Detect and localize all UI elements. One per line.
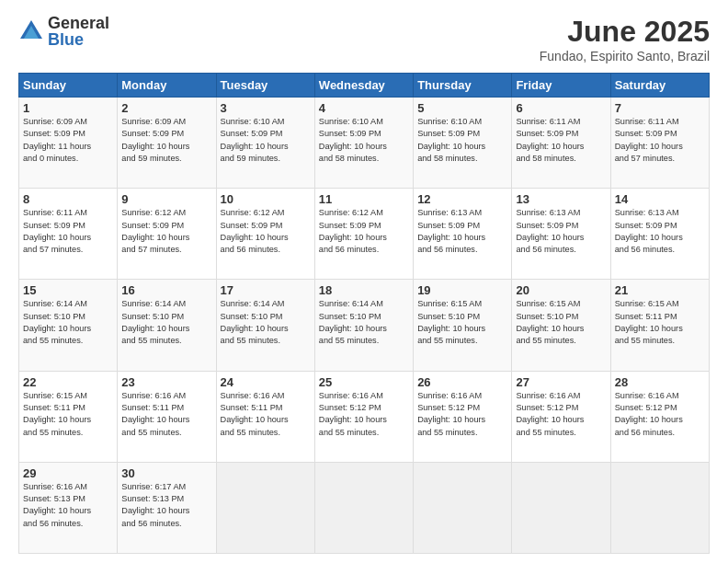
day-info: Sunrise: 6:13 AM Sunset: 5:09 PM Dayligh…: [417, 207, 507, 256]
calendar-cell: 24Sunrise: 6:16 AM Sunset: 5:11 PM Dayli…: [216, 371, 314, 462]
calendar-cell: 8Sunrise: 6:11 AM Sunset: 5:09 PM Daylig…: [19, 189, 118, 280]
calendar-cell: 21Sunrise: 6:15 AM Sunset: 5:11 PM Dayli…: [610, 280, 709, 371]
day-info: Sunrise: 6:14 AM Sunset: 5:10 PM Dayligh…: [221, 298, 311, 347]
calendar-cell: 30Sunrise: 6:17 AM Sunset: 5:13 PM Dayli…: [118, 462, 216, 553]
day-number: 28: [615, 375, 705, 389]
col-sunday: Sunday: [19, 74, 118, 98]
logo: General Blue: [18, 15, 109, 48]
calendar-table: Sunday Monday Tuesday Wednesday Thursday…: [18, 73, 710, 554]
col-monday: Monday: [118, 74, 216, 98]
calendar-cell: [414, 462, 512, 553]
page: General Blue June 2025 Fundao, Espirito …: [0, 0, 728, 563]
day-info: Sunrise: 6:14 AM Sunset: 5:10 PM Dayligh…: [121, 298, 211, 347]
day-info: Sunrise: 6:10 AM Sunset: 5:09 PM Dayligh…: [417, 116, 507, 165]
calendar-cell: 16Sunrise: 6:14 AM Sunset: 5:10 PM Dayli…: [118, 280, 216, 371]
title-block: June 2025 Fundao, Espirito Santo, Brazil: [540, 15, 710, 63]
logo-icon: [18, 18, 44, 44]
day-number: 9: [121, 192, 211, 206]
calendar-week-5: 29Sunrise: 6:16 AM Sunset: 5:13 PM Dayli…: [19, 462, 710, 553]
calendar-cell: 10Sunrise: 6:12 AM Sunset: 5:09 PM Dayli…: [216, 189, 314, 280]
calendar-cell: 9Sunrise: 6:12 AM Sunset: 5:09 PM Daylig…: [118, 189, 216, 280]
day-info: Sunrise: 6:09 AM Sunset: 5:09 PM Dayligh…: [23, 116, 113, 165]
logo-text: General Blue: [48, 15, 109, 48]
day-number: 14: [615, 192, 705, 206]
logo-blue: Blue: [48, 31, 109, 48]
day-info: Sunrise: 6:14 AM Sunset: 5:10 PM Dayligh…: [319, 298, 409, 347]
day-number: 22: [23, 375, 113, 389]
day-number: 3: [221, 101, 311, 115]
day-info: Sunrise: 6:16 AM Sunset: 5:12 PM Dayligh…: [615, 390, 705, 439]
calendar-cell: 22Sunrise: 6:15 AM Sunset: 5:11 PM Dayli…: [19, 371, 118, 462]
calendar-cell: 11Sunrise: 6:12 AM Sunset: 5:09 PM Dayli…: [314, 189, 413, 280]
calendar-cell: [610, 462, 709, 553]
calendar-title: June 2025: [540, 15, 710, 49]
calendar-cell: 26Sunrise: 6:16 AM Sunset: 5:12 PM Dayli…: [414, 371, 512, 462]
day-info: Sunrise: 6:15 AM Sunset: 5:10 PM Dayligh…: [417, 298, 507, 347]
day-info: Sunrise: 6:17 AM Sunset: 5:13 PM Dayligh…: [121, 481, 211, 530]
day-number: 6: [516, 101, 606, 115]
day-info: Sunrise: 6:11 AM Sunset: 5:09 PM Dayligh…: [615, 116, 705, 165]
day-number: 11: [319, 192, 409, 206]
day-number: 7: [615, 101, 705, 115]
day-number: 24: [221, 375, 311, 389]
col-thursday: Thursday: [414, 74, 512, 98]
calendar-cell: 18Sunrise: 6:14 AM Sunset: 5:10 PM Dayli…: [314, 280, 413, 371]
calendar-cell: 2Sunrise: 6:09 AM Sunset: 5:09 PM Daylig…: [118, 98, 216, 189]
calendar-cell: 12Sunrise: 6:13 AM Sunset: 5:09 PM Dayli…: [414, 189, 512, 280]
day-info: Sunrise: 6:14 AM Sunset: 5:10 PM Dayligh…: [23, 298, 113, 347]
calendar-cell: 3Sunrise: 6:10 AM Sunset: 5:09 PM Daylig…: [216, 98, 314, 189]
calendar-cell: 13Sunrise: 6:13 AM Sunset: 5:09 PM Dayli…: [512, 189, 610, 280]
day-number: 29: [23, 466, 113, 480]
calendar-cell: [314, 462, 413, 553]
calendar-cell: 6Sunrise: 6:11 AM Sunset: 5:09 PM Daylig…: [512, 98, 610, 189]
day-number: 27: [516, 375, 606, 389]
col-saturday: Saturday: [610, 74, 709, 98]
day-number: 18: [319, 283, 409, 297]
col-friday: Friday: [512, 74, 610, 98]
day-info: Sunrise: 6:16 AM Sunset: 5:12 PM Dayligh…: [319, 390, 409, 439]
day-info: Sunrise: 6:13 AM Sunset: 5:09 PM Dayligh…: [615, 207, 705, 256]
day-info: Sunrise: 6:16 AM Sunset: 5:11 PM Dayligh…: [121, 390, 211, 439]
calendar-week-1: 1Sunrise: 6:09 AM Sunset: 5:09 PM Daylig…: [19, 98, 710, 189]
day-info: Sunrise: 6:16 AM Sunset: 5:12 PM Dayligh…: [516, 390, 606, 439]
calendar-cell: 4Sunrise: 6:10 AM Sunset: 5:09 PM Daylig…: [314, 98, 413, 189]
day-info: Sunrise: 6:12 AM Sunset: 5:09 PM Dayligh…: [319, 207, 409, 256]
day-info: Sunrise: 6:11 AM Sunset: 5:09 PM Dayligh…: [23, 207, 113, 256]
day-number: 20: [516, 283, 606, 297]
calendar-week-3: 15Sunrise: 6:14 AM Sunset: 5:10 PM Dayli…: [19, 280, 710, 371]
day-number: 8: [23, 192, 113, 206]
day-number: 16: [121, 283, 211, 297]
col-tuesday: Tuesday: [216, 74, 314, 98]
calendar-cell: 19Sunrise: 6:15 AM Sunset: 5:10 PM Dayli…: [414, 280, 512, 371]
day-info: Sunrise: 6:16 AM Sunset: 5:13 PM Dayligh…: [23, 481, 113, 530]
calendar-week-2: 8Sunrise: 6:11 AM Sunset: 5:09 PM Daylig…: [19, 189, 710, 280]
calendar-cell: 23Sunrise: 6:16 AM Sunset: 5:11 PM Dayli…: [118, 371, 216, 462]
calendar-cell: 27Sunrise: 6:16 AM Sunset: 5:12 PM Dayli…: [512, 371, 610, 462]
calendar-cell: 28Sunrise: 6:16 AM Sunset: 5:12 PM Dayli…: [610, 371, 709, 462]
day-info: Sunrise: 6:12 AM Sunset: 5:09 PM Dayligh…: [121, 207, 211, 256]
header: General Blue June 2025 Fundao, Espirito …: [18, 15, 710, 63]
header-row: Sunday Monday Tuesday Wednesday Thursday…: [19, 74, 710, 98]
day-info: Sunrise: 6:12 AM Sunset: 5:09 PM Dayligh…: [221, 207, 311, 256]
col-wednesday: Wednesday: [314, 74, 413, 98]
calendar-cell: 17Sunrise: 6:14 AM Sunset: 5:10 PM Dayli…: [216, 280, 314, 371]
day-number: 23: [121, 375, 211, 389]
day-number: 26: [417, 375, 507, 389]
day-number: 25: [319, 375, 409, 389]
day-number: 1: [23, 101, 113, 115]
day-number: 12: [417, 192, 507, 206]
calendar-cell: [216, 462, 314, 553]
calendar-cell: 7Sunrise: 6:11 AM Sunset: 5:09 PM Daylig…: [610, 98, 709, 189]
day-number: 2: [121, 101, 211, 115]
day-info: Sunrise: 6:10 AM Sunset: 5:09 PM Dayligh…: [221, 116, 311, 165]
day-info: Sunrise: 6:13 AM Sunset: 5:09 PM Dayligh…: [516, 207, 606, 256]
day-number: 30: [121, 466, 211, 480]
calendar-cell: [512, 462, 610, 553]
day-number: 17: [221, 283, 311, 297]
calendar-subtitle: Fundao, Espirito Santo, Brazil: [540, 49, 710, 63]
calendar-cell: 1Sunrise: 6:09 AM Sunset: 5:09 PM Daylig…: [19, 98, 118, 189]
day-number: 15: [23, 283, 113, 297]
calendar-cell: 14Sunrise: 6:13 AM Sunset: 5:09 PM Dayli…: [610, 189, 709, 280]
calendar-cell: 29Sunrise: 6:16 AM Sunset: 5:13 PM Dayli…: [19, 462, 118, 553]
day-number: 5: [417, 101, 507, 115]
